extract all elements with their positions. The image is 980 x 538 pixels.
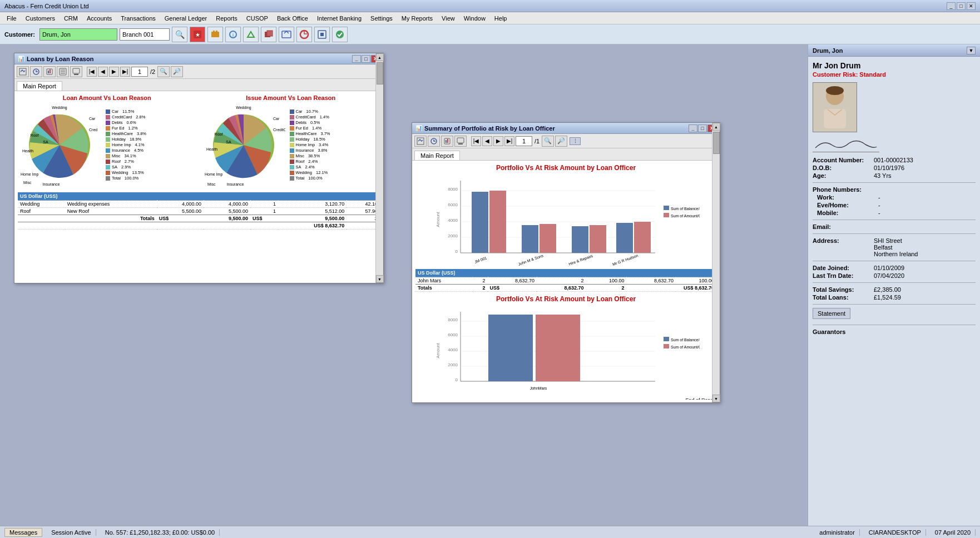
menu-cusop[interactable]: CUSOP (242, 14, 273, 23)
portfolio-maximize-btn[interactable]: □ (698, 124, 707, 132)
portfolio-nav-last[interactable]: ▶| (504, 136, 514, 146)
toolbar-btn-5[interactable] (261, 27, 276, 42)
messages-tab[interactable]: Messages (4, 528, 42, 537)
loans-main-report-tab[interactable]: Main Report (17, 81, 62, 91)
menu-view[interactable]: View (437, 14, 459, 23)
phone-header-row: Phone Numbers: (813, 186, 976, 193)
menu-back-office[interactable]: Back Office (273, 14, 313, 23)
last-trn-label: Last Trn Date: (813, 272, 874, 279)
loans-tool-5[interactable] (70, 66, 82, 77)
loans-tool-4[interactable] (57, 66, 69, 77)
loans-tool-1[interactable] (17, 66, 29, 77)
menu-settings[interactable]: Settings (366, 14, 397, 23)
menu-my-reports[interactable]: My Reports (397, 14, 437, 23)
toolbar-btn-6[interactable] (279, 27, 294, 42)
portfolio-search-btn[interactable]: 🔍 (542, 136, 554, 147)
portfolio-minimize-btn[interactable]: _ (689, 124, 697, 132)
menu-internet-banking[interactable]: Internet Banking (313, 14, 366, 23)
pie1-svg: Wedding Car Cred SA Roof Health Home Imp… (18, 103, 101, 187)
toolbar-btn-9[interactable] (332, 27, 348, 42)
divider-3 (813, 233, 976, 234)
loans-page-input[interactable]: 1 (131, 67, 148, 77)
portfolio-zoom-btn[interactable]: 🔎 (555, 136, 567, 147)
menu-reports[interactable]: Reports (211, 14, 242, 23)
svg-rect-66 (634, 222, 651, 253)
branch-input[interactable] (120, 28, 170, 41)
divider-4 (813, 261, 976, 261)
loans-scrollbar[interactable]: ▲ ▼ (375, 53, 383, 283)
row2-col1: Roof (18, 208, 65, 215)
portfolio-scroll-down[interactable]: ▼ (712, 395, 720, 402)
portfolio-nav-first[interactable]: |◀ (471, 136, 481, 146)
menu-window[interactable]: Window (459, 14, 490, 23)
loans-tool-3[interactable] (43, 66, 56, 77)
customer-input[interactable] (39, 28, 117, 41)
portfolio-main-report-tab[interactable]: Main Report (414, 151, 460, 160)
search-button[interactable]: 🔍 (172, 27, 187, 42)
svg-rect-74 (664, 213, 669, 217)
minimize-button[interactable]: _ (947, 2, 956, 10)
menu-file[interactable]: File (2, 14, 21, 23)
portfolio-nav-prev[interactable]: ◀ (482, 136, 492, 146)
portfolio-tool-3[interactable] (441, 136, 453, 147)
loans-nav-first[interactable]: |◀ (87, 67, 97, 77)
portfolio-scroll-thumb[interactable] (713, 132, 720, 154)
portfolio-nav-next[interactable]: ▶ (493, 136, 503, 146)
portfolio-chart2-title: Portfolio Vs At Risk Amount by Loan Offi… (415, 295, 716, 303)
toolbar-btn-3[interactable]: i (225, 27, 241, 42)
total-savings-row: Total Savings: £2,385.00 (813, 286, 976, 293)
toolbar-btn-8[interactable] (314, 27, 330, 42)
loans-nav-next[interactable]: ▶ (109, 67, 119, 77)
portfolio-tool-1[interactable] (414, 136, 427, 147)
portfolio-scrollbar[interactable]: ▲ ▼ (712, 123, 720, 402)
loans-window-titlebar[interactable]: 📊 Loans by Loan Reason _ □ ✕ (14, 53, 383, 64)
loans-nav-prev[interactable]: ◀ (98, 67, 108, 77)
loans-scroll-thumb[interactable] (377, 62, 383, 84)
close-button[interactable]: ✕ (967, 2, 976, 10)
row2-col4: 5,500.00 (204, 208, 250, 215)
menu-crm[interactable]: CRM (60, 14, 82, 23)
user-status: administrator (815, 529, 860, 536)
table-row-1: Wedding Wedding expenses 4,000.00 4,000.… (18, 201, 380, 208)
portfolio-tool-2[interactable] (428, 136, 440, 147)
toolbar-btn-1[interactable]: ★ (190, 27, 205, 42)
right-panel-close-btn[interactable]: ▼ (967, 47, 976, 54)
portfolio-page-input[interactable]: 1 (516, 136, 532, 146)
loans-maximize-btn[interactable]: □ (362, 55, 370, 63)
svg-text:Home Imp: Home Imp (21, 172, 38, 177)
loans-scroll-up[interactable]: ▲ (376, 53, 384, 61)
loans-tool-2[interactable] (30, 66, 42, 77)
menu-general-ledger[interactable]: General Ledger (160, 14, 211, 23)
menu-bar: File Customers CRM Accounts Transactions… (0, 12, 980, 24)
portfolio-extra-btn[interactable]: ⋮ (570, 137, 581, 145)
svg-text:Sum of Balance/Inst: Sum of Balance/Inst (671, 207, 700, 211)
maximize-button[interactable]: □ (957, 2, 966, 10)
ptotal-col6: US$ 8,632.70 (626, 285, 716, 292)
loans-scroll-down[interactable]: ▼ (376, 275, 384, 283)
legend-item-5: HealthCare3.8% (106, 131, 146, 136)
menu-help[interactable]: Help (490, 14, 512, 23)
portfolio-tool-4[interactable] (454, 136, 467, 147)
menu-transactions[interactable]: Transactions (116, 14, 160, 23)
title-bar-controls: _ □ ✕ (947, 2, 976, 10)
customer-label: Customer: (4, 31, 35, 38)
loans-minimize-btn[interactable]: _ (352, 55, 361, 63)
svg-text:4000: 4000 (448, 218, 458, 223)
statement-button[interactable]: Statement (813, 308, 850, 319)
age-label: Age: (813, 172, 874, 179)
svg-text:0: 0 (455, 249, 458, 254)
menu-customers[interactable]: Customers (21, 14, 60, 23)
loans-search-btn[interactable]: 🔍 (157, 66, 170, 77)
loans-nav-last[interactable]: ▶| (120, 67, 130, 77)
toolbar-btn-7[interactable] (296, 27, 312, 42)
toolbar-btn-4[interactable] (243, 27, 259, 42)
loans-zoom-btn[interactable]: 🔎 (171, 66, 183, 77)
svg-text:6000: 6000 (448, 202, 458, 207)
svg-rect-17 (50, 69, 51, 73)
toolbar-btn-2[interactable] (207, 27, 223, 42)
portfolio-window-titlebar[interactable]: 📊 Summary of Portfolio at Risk by Loan O… (412, 123, 720, 134)
menu-accounts[interactable]: Accounts (82, 14, 116, 23)
loans-table: US Dollar (USS) Wedding Wedding expenses… (18, 192, 380, 230)
date-status: 07 April 2020 (930, 529, 976, 536)
portfolio-scroll-up[interactable]: ▲ (712, 123, 720, 131)
